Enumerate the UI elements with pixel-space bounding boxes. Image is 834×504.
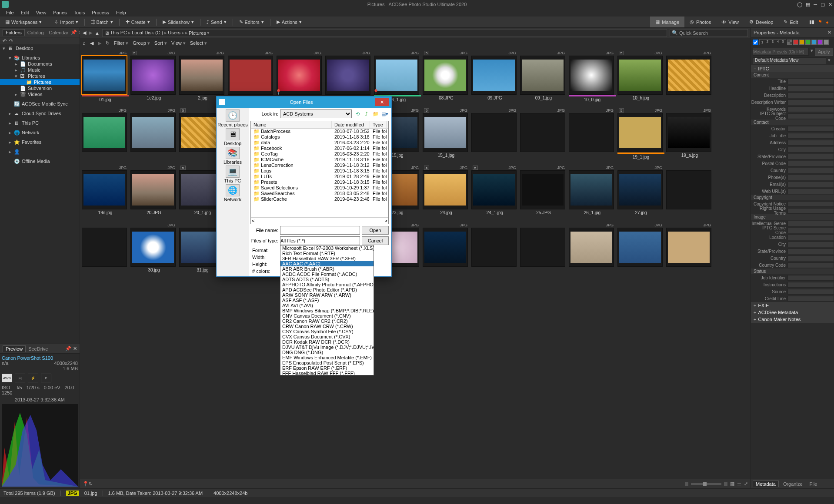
metadata-view-select[interactable]: Default Metadata View (753, 57, 826, 64)
filename-input[interactable] (280, 226, 360, 235)
thumbnail[interactable]: JPG19_a.jpg (666, 108, 713, 164)
thumbnail[interactable] (520, 222, 567, 279)
thumbnail[interactable]: JPG10_0.jpg (569, 50, 616, 107)
thumbnail[interactable]: JPG (617, 222, 664, 279)
goback-icon[interactable]: ⟲ (354, 110, 361, 118)
file-row[interactable]: 📁 LensCorrection2019-11-18 3:12 PMFile f… (251, 162, 388, 168)
props-input[interactable] (787, 126, 834, 132)
tree-node[interactable]: 📁Pictures (0, 79, 80, 85)
props-input[interactable] (787, 147, 834, 153)
props-input[interactable] (787, 262, 834, 268)
tree-node[interactable]: ▸🖥This PC (0, 120, 80, 126)
thumbnail[interactable]: JPG20.JPG (130, 165, 177, 222)
thumbnail[interactable]: JPG30.jpg (130, 222, 177, 279)
place-recent-places[interactable]: 🕑Recent places (217, 109, 248, 127)
filetype-option[interactable]: ADTS ADTS (*.ADTS) (280, 277, 374, 282)
file-row[interactable]: 📁 Catalogs2019-11-18 3:16 PMFile fol (251, 134, 388, 140)
filetype-option[interactable]: CRW Canon RAW CRW (*.CRW) (280, 324, 374, 329)
db-icon[interactable]: ▤ (806, 2, 810, 7)
filetype-option[interactable]: ACDC ACDC File Format (*.ACDC) (280, 272, 374, 277)
open-button[interactable]: Open (362, 226, 389, 235)
flash-icon[interactable]: ⚡ (28, 374, 38, 382)
tab-folders[interactable]: Folders (3, 29, 25, 36)
tree-node[interactable]: ▸🎵Music (0, 67, 80, 73)
thumbnail[interactable]: JPG519_1.jpg (617, 108, 664, 164)
thumbnail[interactable]: JPG26_1.jpg (569, 165, 616, 222)
mode-develop[interactable]: ⚙Develop (744, 17, 778, 27)
select-dropdown[interactable]: Select (190, 40, 207, 46)
props-input[interactable] (787, 289, 834, 295)
editors-button[interactable]: ✎Editors▾ (237, 18, 267, 26)
green-swatch[interactable] (805, 40, 811, 45)
thumbnail[interactable]: JPG (569, 108, 616, 164)
quick-search[interactable]: 🔍 Quick Search (670, 29, 748, 37)
red-swatch[interactable] (793, 40, 798, 45)
purple-swatch[interactable] (817, 40, 823, 45)
menu-view[interactable]: View (33, 10, 49, 16)
nav-back[interactable]: ◀ (83, 30, 86, 36)
tree-node[interactable] (0, 155, 80, 158)
filetype-dropdown[interactable]: Microsoft Excel 97-2003 Worksheet (*.XLS… (280, 245, 374, 375)
props-group-collapsed[interactable]: ACDSee Metadata (751, 309, 834, 316)
tree-node[interactable]: 📄Subversion (0, 85, 80, 91)
props-input[interactable] (787, 255, 834, 261)
tree-node[interactable] (0, 116, 80, 120)
sync-icon[interactable]: ↻ (89, 481, 93, 487)
thumbnail[interactable]: JPG09_1.jpg (520, 50, 567, 107)
tree-node[interactable]: ▸🌐Network (0, 129, 80, 136)
filetype-option[interactable]: AVI AVI (*.AVI) (280, 303, 374, 308)
gray-swatch[interactable] (824, 40, 829, 45)
props-input[interactable] (787, 106, 834, 112)
props-tab-metadata[interactable]: Metadata (753, 481, 779, 487)
thumbnail[interactable]: JPG524_1.jpg (471, 165, 518, 222)
menu-process[interactable]: Process (89, 10, 112, 16)
place-desktop[interactable]: 🖥Desktop (224, 128, 241, 146)
filetype-option[interactable]: EPS Encapsulated Post Script (*.EPS) (280, 360, 374, 365)
goup-icon[interactable]: ⤴ (363, 110, 370, 118)
file-row[interactable]: 📁 Logs2019-11-18 3:15 PMFile fol (251, 168, 388, 174)
filetype-option[interactable]: CNV Canvas Document (*.CNV) (280, 313, 374, 318)
props-input[interactable] (787, 201, 834, 207)
nav-forward[interactable]: ▶ (89, 30, 92, 36)
props-tab-organize[interactable]: Organize (781, 481, 805, 487)
menu-panes[interactable]: Panes (50, 10, 69, 16)
props-input[interactable] (787, 296, 834, 302)
refresh-icon[interactable]: ↻ (106, 40, 110, 46)
file-row[interactable]: 📁 LUTs2019-01-28 2:49 PMFile fol (251, 174, 388, 179)
thumbnail[interactable]: JPG09.JPG (471, 50, 518, 107)
breadcrumb-path[interactable]: 🖥 This PC Local Disk (C:) Users Pictures… (102, 29, 667, 37)
thumbnail[interactable]: JPG (666, 222, 713, 279)
menu-edit[interactable]: Edit (18, 10, 32, 16)
filetype-option[interactable]: AAC AAC (*.AAC) (280, 261, 374, 266)
props-input[interactable] (787, 182, 834, 187)
filetype-option[interactable]: CR2 Canon RAW CR2 (*.CR2) (280, 318, 374, 324)
filetype-option[interactable]: APD ACDSee Photo Editor (*.APD) (280, 287, 374, 292)
col-date[interactable]: Date modified (332, 121, 370, 128)
user-icon[interactable]: ◯ (797, 2, 802, 7)
nav-up[interactable]: ▲ (95, 30, 100, 36)
filetype-option[interactable]: CSY Canvas Symbol File (*.CSY) (280, 329, 374, 334)
file-row[interactable]: 📁 SliderCache2019-04-23 2:46 PMFile fol (251, 196, 388, 202)
tree-node[interactable]: ▾📚Libraries (0, 55, 80, 61)
filetype-option[interactable]: ABR ABR Brush (*.ABR) (280, 266, 374, 272)
props-group-collapsed[interactable]: EXIF (751, 302, 834, 309)
col-name[interactable]: Name (251, 121, 332, 128)
view-dropdown[interactable]: View (171, 40, 186, 46)
filetype-option[interactable]: Microsoft Excel 97-2003 Worksheet (*.XLS… (280, 245, 374, 251)
h-scroll-left[interactable]: < (252, 218, 254, 223)
thumbnail[interactable]: JPG515_1.jpg (423, 108, 470, 164)
h-scroll-right[interactable]: > (385, 218, 387, 223)
props-input[interactable] (787, 208, 834, 214)
filetype-option[interactable]: Rich Text Format (*.RTF) (280, 251, 374, 256)
nav-fwd-icon[interactable]: ↷ (9, 38, 13, 44)
props-input[interactable] (787, 99, 834, 105)
create-button[interactable]: ✚Create▾ (123, 18, 153, 26)
thumbnail[interactable]: JPG (130, 108, 177, 164)
tree-node[interactable]: ▸📄Documents (0, 61, 80, 67)
filetype-option[interactable]: DNG DNG (*.DNG) (280, 350, 374, 355)
tree-node[interactable] (0, 97, 80, 101)
props-input[interactable] (787, 93, 834, 98)
dashboard-icon[interactable]: ▮▮ (809, 19, 814, 25)
props-input[interactable] (787, 175, 834, 180)
props-input[interactable] (787, 221, 834, 226)
